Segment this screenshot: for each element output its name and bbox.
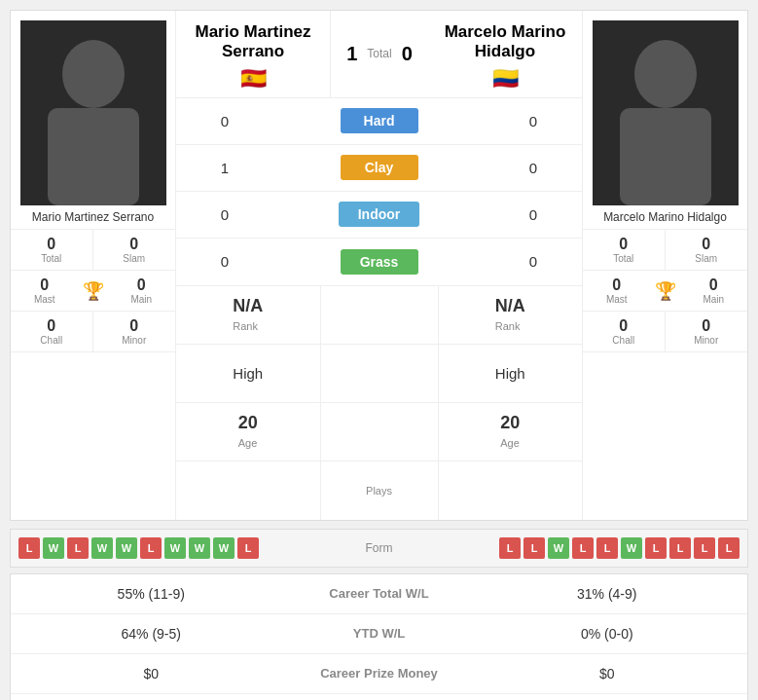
right-age-val: 20Age [438, 403, 583, 461]
age-row: 20Age 20Age [176, 403, 582, 461]
surface-row-indoor: 0 Indoor 0 [176, 192, 582, 239]
surf-badge-indoor: Indoor [339, 202, 420, 227]
stat-row-center-1: YTD W/L [282, 626, 477, 641]
left-player-name-header: Mario Martinez Serrano [195, 22, 310, 62]
svg-point-0 [62, 40, 125, 108]
form-left-badge-1: W [43, 537, 64, 559]
bottom-stats-rows: 55% (11-9) Career Total W/L 31% (4-9) 64… [10, 573, 748, 700]
stat-row-right-0: 31% (4-9) [477, 586, 739, 602]
form-left-badge-5: L [140, 537, 162, 559]
player-left-total-stat: 0 Total [11, 230, 93, 271]
form-right-badge-4: L [596, 537, 618, 559]
high-row: High High [176, 345, 582, 403]
surf-score-left-indoor: 0 [176, 206, 273, 223]
age-center-spacer [321, 403, 438, 461]
form-left-badge-7: W [189, 537, 210, 559]
surf-score-right-clay: 0 [485, 160, 582, 176]
player-left-slam-stat: 0 Slam [93, 230, 176, 271]
center-column: Mario Martinez Serrano 🇪🇸 1 Total 0 Marc… [176, 11, 582, 520]
total-score-left: 1 [346, 43, 357, 65]
player-left-trophy-row: 0 Mast 🏆 0 Main [11, 271, 175, 312]
surf-badge-center-hard: Hard [273, 108, 485, 133]
left-name-header: Mario Martinez Serrano 🇪🇸 [176, 11, 331, 97]
player-right-slam-stat: 0 Slam [666, 230, 748, 271]
surf-badge-clay: Clay [341, 155, 418, 180]
stat-row-center-0: Career Total W/L [282, 586, 477, 601]
player-right-minor-stat: 0 Minor [666, 312, 748, 352]
player-right-chall-stat: 0 Chall [583, 312, 666, 352]
surface-rows: 0 Hard 0 1 Clay 0 0 Indoor 0 0 Grass 0 [176, 98, 582, 286]
surf-badge-grass: Grass [341, 249, 418, 275]
form-right-badge-1: L [523, 537, 545, 559]
player-left-minor-stat: 0 Minor [93, 312, 176, 352]
right-high-val: High [438, 345, 583, 402]
form-left-badge-8: W [213, 537, 235, 559]
total-center-header: 1 Total 0 [331, 11, 428, 97]
stat-row-left-1: 64% (9-5) [20, 626, 282, 642]
form-right-badge-3: L [572, 537, 594, 559]
stat-row-right-2: $0 [477, 666, 739, 682]
surf-badge-hard: Hard [341, 108, 418, 133]
left-age-val: 20Age [176, 403, 321, 461]
stat-row-1: 64% (9-5) YTD W/L 0% (0-0) [11, 614, 747, 654]
form-right-badge-5: W [621, 537, 642, 559]
total-label: Total [367, 47, 391, 60]
form-left-badge-9: L [237, 537, 259, 559]
player-right-trophy-row: 0 Mast 🏆 0 Main [583, 271, 747, 312]
form-right-badge-0: L [499, 537, 521, 559]
trophy-right-icon: 🏆 [655, 280, 676, 302]
trophy-left-icon: 🏆 [83, 280, 104, 302]
stats-section: N/ARank N/ARank High High [176, 286, 582, 520]
right-plays-val [438, 461, 583, 520]
form-left-badge-4: W [116, 537, 137, 559]
form-left-badge-2: L [67, 537, 89, 559]
form-section: LWLWWLWWWL Form LLWLLWLLLL [10, 529, 748, 568]
form-right: LLWLLWLLLL [428, 537, 740, 559]
form-center-label: Form [331, 541, 428, 555]
form-right-badge-7: L [669, 537, 691, 559]
total-score-right: 0 [402, 43, 413, 65]
player-left-panel: Mario Martinez Serrano 0 Total 0 Slam 0 … [11, 11, 176, 520]
right-rank-val: N/ARank [438, 286, 583, 344]
surf-score-right-grass: 0 [485, 253, 582, 270]
left-plays-val [176, 461, 321, 520]
form-left-badge-3: W [91, 537, 113, 559]
form-left-badge-6: W [164, 537, 186, 559]
surf-score-left-clay: 1 [176, 160, 273, 176]
left-rank-val: N/ARank [176, 286, 321, 344]
stat-row-center-2: Career Prize Money [282, 666, 477, 681]
plays-row: Plays [176, 461, 582, 520]
form-right-badge-8: L [694, 537, 715, 559]
stat-row-0: 55% (11-9) Career Total W/L 31% (4-9) [11, 574, 747, 614]
player-right-panel: Marcelo Marino Hidalgo 0 Total 0 Slam 0 … [582, 11, 747, 520]
surf-badge-center-grass: Grass [273, 249, 485, 275]
surf-score-left-hard: 0 [176, 113, 273, 129]
stat-row-left-0: 55% (11-9) [20, 586, 282, 602]
stat-row-3: 0 YTD Titles 0 [11, 694, 747, 700]
stat-row-2: $0 Career Prize Money $0 [11, 654, 747, 694]
surf-badge-center-indoor: Indoor [273, 202, 485, 227]
players-name-header: Mario Martinez Serrano 🇪🇸 1 Total 0 Marc… [176, 11, 582, 98]
surf-score-left-grass: 0 [176, 253, 273, 270]
stat-row-left-2: $0 [20, 666, 282, 682]
form-left-badge-0: L [18, 537, 40, 559]
form-left: LWLWWLWWWL [18, 537, 331, 559]
right-flag: 🇨🇴 [492, 66, 519, 92]
player-right-name: Marcelo Marino Hidalgo [601, 205, 729, 229]
rank-row: N/ARank N/ARank [176, 286, 582, 345]
high-center-spacer [321, 345, 438, 402]
surface-row-hard: 0 Hard 0 [176, 98, 582, 145]
stat-row-right-1: 0% (0-0) [477, 626, 739, 642]
player-right-total-stat: 0 Total [583, 230, 666, 271]
svg-point-2 [634, 40, 697, 108]
surf-score-right-indoor: 0 [485, 206, 582, 223]
player-left-name: Mario Martinez Serrano [30, 205, 156, 229]
surf-badge-center-clay: Clay [273, 155, 485, 180]
surf-score-right-hard: 0 [485, 113, 582, 129]
rank-center-spacer [321, 286, 438, 344]
player-left-chall-stat: 0 Chall [11, 312, 93, 352]
plays-center-label: Plays [321, 461, 438, 520]
form-right-badge-2: W [548, 537, 569, 559]
form-right-badge-6: L [645, 537, 667, 559]
form-right-badge-9: L [718, 537, 740, 559]
